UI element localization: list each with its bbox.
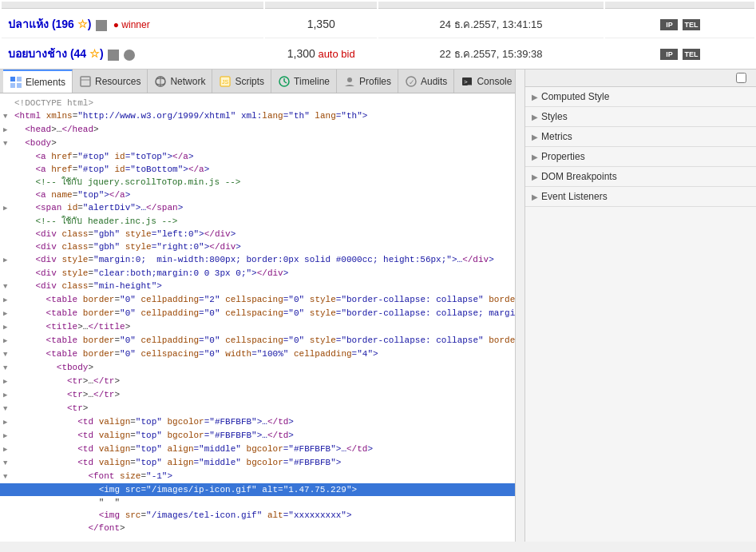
fish-name-link[interactable]: ปลาแห้ง (196 ☆) (8, 18, 91, 30)
code-line[interactable]: <!-- ใช้กับ header.inc.js --> (0, 215, 515, 228)
expand-arrow[interactable] (3, 253, 14, 267)
tel-button[interactable]: TEL (683, 49, 700, 60)
code-content: <table border="0" cellpadding="0" cellsp… (46, 307, 515, 320)
code-content: <tr>…</tr> (67, 375, 120, 387)
code-content: <tr> (67, 402, 88, 415)
code-line[interactable]: <table border="0" cellpadding="0" cellsp… (0, 307, 515, 320)
ip-button[interactable]: IP (660, 49, 678, 60)
expand-arrow[interactable] (3, 402, 14, 415)
code-line[interactable]: <tr>…</tr> (0, 388, 515, 402)
code-line[interactable]: <!-- ใช้กับ jquery.scrollToTop.min.js --… (0, 176, 515, 189)
code-line[interactable]: <html xmlns="http://www.w3.org/1999/xhtm… (0, 109, 515, 123)
code-line[interactable]: <table border="0" cellpadding="2" cellsp… (0, 293, 515, 307)
code-line[interactable]: <tbody> (0, 361, 515, 375)
right-panel-item-1[interactable]: ▶Styles (525, 107, 756, 127)
right-panel-item-0[interactable]: ▶Computed Style (525, 87, 756, 107)
code-line[interactable]: <img src="/images/ip-icon.gif" alt="1.47… (0, 483, 515, 496)
right-panel-item-label: DOM Breakpoints (541, 171, 617, 182)
expand-arrow[interactable] (3, 415, 14, 429)
expand-arrow[interactable] (3, 109, 14, 123)
code-line[interactable]: <!DOCTYPE html> (0, 97, 515, 109)
code-line[interactable]: <td valign="top" bgcolor="#FBFBFB">…</td… (0, 415, 515, 429)
code-line[interactable]: <table border="0" cellspacing="0" width=… (0, 347, 515, 361)
expand-arrow[interactable] (3, 347, 14, 361)
code-line[interactable]: <table border="0" cellpadding="0" cellsp… (0, 334, 515, 347)
tab-network[interactable]: Network (148, 69, 212, 93)
expand-arrow[interactable] (3, 201, 14, 215)
code-line[interactable]: </font> (0, 522, 515, 534)
code-panel[interactable]: <!DOCTYPE html><html xmlns="http://www.w… (0, 93, 515, 542)
expand-arrow[interactable] (3, 293, 14, 307)
expand-arrow[interactable] (3, 334, 14, 347)
code-line[interactable]: <div class="min-height"> (0, 280, 515, 293)
expand-arrow[interactable] (3, 375, 14, 388)
code-line[interactable]: <div style="margin:0; min-width:800px; b… (0, 253, 515, 267)
tab-timeline[interactable]: Timeline (271, 69, 337, 93)
auction-row: บอยบางช้าง (44 ☆) 1,300 auto bid 22 ธ.ค.… (2, 40, 754, 67)
code-line[interactable]: " " (0, 496, 515, 509)
tab-label-audits: Audits (421, 76, 447, 87)
fish-name-link[interactable]: บอยบางช้าง (44 ☆) (8, 47, 104, 60)
right-panel: ▶Computed Style▶Styles▶Metrics▶Propertie… (524, 69, 756, 542)
code-content: <!-- ใช้กับ header.inc.js --> (35, 215, 177, 228)
show-inherited-checkbox[interactable] (736, 73, 746, 83)
code-line[interactable]: <a href="#top" id="toBottom"></a> (0, 163, 515, 176)
indent (14, 240, 35, 253)
indent (14, 388, 67, 401)
code-line[interactable]: <span id="alertDiv">…</span> (0, 201, 515, 215)
expand-arrow[interactable] (3, 388, 14, 402)
right-panel-item-3[interactable]: ▶Properties (525, 147, 756, 167)
code-line[interactable]: <body> (0, 137, 515, 150)
code-line[interactable]: <tr>…</tr> (0, 375, 515, 388)
scrollbar[interactable] (515, 69, 524, 542)
code-content: <div style="clear:both;margin:0 0 3px 0;… (35, 267, 288, 280)
svg-text:>_: >_ (464, 78, 472, 85)
right-panel-item-4[interactable]: ▶DOM Breakpoints (525, 167, 756, 187)
expand-arrow[interactable] (3, 280, 14, 293)
tab-audits[interactable]: ✓Audits (398, 69, 454, 93)
code-line[interactable]: <td valign="top" bgcolor="#FBFBFB">…</td… (0, 429, 515, 443)
expand-arrow[interactable] (3, 443, 14, 456)
svg-rect-4 (81, 77, 90, 86)
tab-profiles[interactable]: Profiles (337, 69, 398, 93)
expand-arrow-icon: ▶ (532, 113, 538, 121)
code-line[interactable]: <div class="gbh" style="right:0"></div> (0, 240, 515, 253)
code-line[interactable]: <td valign="top" align="middle" bgcolor=… (0, 456, 515, 470)
right-panel-item-label: Metrics (541, 131, 572, 142)
expand-arrow[interactable] (3, 429, 14, 443)
indent (14, 215, 35, 228)
code-line[interactable]: <font size="-1"> (0, 470, 515, 483)
tab-elements[interactable]: Elements (3, 69, 73, 93)
indent (14, 402, 67, 415)
right-panel-item-2[interactable]: ▶Metrics (525, 127, 756, 147)
elements-tab-icon (10, 76, 22, 89)
expand-arrow[interactable] (3, 320, 14, 334)
code-line[interactable]: <a name="top"></a> (0, 189, 515, 201)
expand-arrow[interactable] (3, 137, 14, 150)
tel-button[interactable]: TEL (683, 19, 700, 30)
indent (14, 228, 35, 240)
code-line[interactable]: <div class="gbh" style="left:0"></div> (0, 228, 515, 240)
tab-scripts[interactable]: JSScripts (212, 69, 271, 93)
indent (14, 320, 46, 333)
code-line[interactable]: <title>…</title> (0, 320, 515, 334)
tab-resources[interactable]: Resources (73, 69, 148, 93)
code-line[interactable]: <td valign="top" align="middle" bgcolor=… (0, 443, 515, 456)
code-line[interactable]: <img src="/images/tel-icon.gif" alt="xxx… (0, 509, 515, 522)
indent (14, 456, 77, 469)
code-line[interactable]: <a href="#top" id="toTop"></a> (0, 150, 515, 163)
ip-button[interactable]: IP (660, 19, 678, 30)
code-line[interactable]: <head>…</head> (0, 123, 515, 137)
code-line[interactable]: <div style="clear:both;margin:0 0 3px 0;… (0, 267, 515, 280)
right-panel-item-5[interactable]: ▶Event Listeners (525, 187, 756, 207)
expand-arrow[interactable] (3, 307, 14, 320)
indent (14, 375, 67, 387)
tab-console[interactable]: >_Console (454, 69, 515, 93)
code-line[interactable]: <tr> (0, 402, 515, 415)
indent (14, 176, 35, 189)
expand-arrow[interactable] (3, 456, 14, 470)
expand-arrow[interactable] (3, 470, 14, 483)
expand-arrow[interactable] (3, 123, 14, 137)
indent (14, 361, 57, 374)
expand-arrow[interactable] (3, 361, 14, 375)
